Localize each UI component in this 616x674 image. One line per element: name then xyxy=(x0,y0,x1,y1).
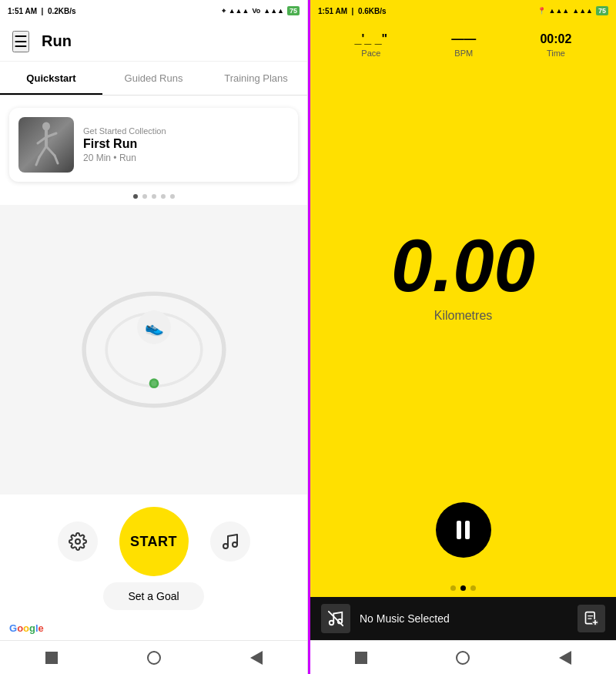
pace-value: _'_ _" xyxy=(355,32,388,46)
track-illustration: 👟 xyxy=(77,273,231,427)
pause-bar-left xyxy=(457,521,461,539)
dot-4 xyxy=(161,194,166,199)
bpm-metric: —— BPM xyxy=(451,32,476,58)
music-file-icon xyxy=(584,611,599,626)
right-gps-icon: 📍 xyxy=(537,7,546,15)
nav-square-button[interactable] xyxy=(36,642,67,673)
signal-icon: ▲▲▲ xyxy=(229,7,249,15)
right-circle-icon xyxy=(456,651,470,665)
right-signal-icon: ▲▲▲ xyxy=(549,7,570,15)
dot-5 xyxy=(170,194,175,199)
right-status-time: 1:51 AM | 0.6KB/s xyxy=(318,7,387,15)
map-svg: 👟 xyxy=(77,273,231,427)
card-dots xyxy=(0,188,307,205)
card-content: Get Started Collection First Run 20 Min … xyxy=(83,126,289,163)
svg-line-7 xyxy=(55,156,58,163)
pace-label: Pace xyxy=(361,49,380,58)
bottom-controls: START Set a Goal xyxy=(0,495,307,619)
svg-line-4 xyxy=(39,146,46,157)
time-label: Time xyxy=(547,49,565,58)
cards-section: Get Started Collection First Run 20 Min … xyxy=(0,96,307,188)
app-header: ☰ Run xyxy=(0,22,307,62)
gear-icon xyxy=(69,532,87,551)
dot-1 xyxy=(133,194,138,199)
settings-button[interactable] xyxy=(58,521,98,562)
triangle-icon xyxy=(250,651,263,665)
right-nav-square-button[interactable] xyxy=(346,642,377,673)
time-value: 00:02 xyxy=(540,32,571,46)
svg-point-15 xyxy=(233,542,237,547)
run-card[interactable]: Get Started Collection First Run 20 Min … xyxy=(9,108,298,182)
left-bottom-nav xyxy=(0,640,307,674)
tab-quickstart[interactable]: Quickstart xyxy=(0,62,102,95)
map-section: 👟 xyxy=(0,205,307,495)
distance-unit: Kilometres xyxy=(434,309,493,323)
right-square-icon xyxy=(355,652,367,664)
nav-home-button[interactable] xyxy=(139,642,169,673)
menu-button[interactable]: ☰ xyxy=(12,31,29,52)
distance-value: 0.00 xyxy=(391,229,535,303)
pause-icon xyxy=(457,521,470,539)
dot-3 xyxy=(152,194,156,199)
no-music-icon xyxy=(327,610,344,627)
svg-line-5 xyxy=(46,146,55,156)
right-wifi-icon: ▲▲▲ xyxy=(572,7,593,15)
svg-point-16 xyxy=(330,621,334,625)
right-dot-1 xyxy=(450,585,456,591)
google-g: G xyxy=(9,622,17,634)
svg-line-6 xyxy=(36,157,39,165)
tab-guided-runs[interactable]: Guided Runs xyxy=(102,62,205,95)
right-status-icons: 📍 ▲▲▲ ▲▲▲ 75 xyxy=(537,6,608,15)
right-dot-3 xyxy=(470,585,476,591)
left-status-icons: ⌖ ▲▲▲ Vo ▲▲▲ 75 xyxy=(222,6,300,15)
runner-svg xyxy=(30,122,62,168)
right-dots xyxy=(310,581,616,597)
right-panel: 1:51 AM | 0.6KB/s 📍 ▲▲▲ ▲▲▲ 75 _'_ _" Pa… xyxy=(308,0,616,674)
controls-row: START xyxy=(58,507,250,576)
right-status-bar: 1:51 AM | 0.6KB/s 📍 ▲▲▲ ▲▲▲ 75 xyxy=(310,0,616,22)
svg-point-14 xyxy=(223,544,228,548)
map-background: 👟 xyxy=(0,205,307,495)
tab-training-plans[interactable]: Training Plans xyxy=(205,62,307,95)
music-bar[interactable]: No Music Selected xyxy=(310,597,616,640)
nav-back-button[interactable] xyxy=(241,642,272,673)
bpm-label: BPM xyxy=(454,49,473,58)
right-nav-back-button[interactable] xyxy=(550,642,581,673)
svg-point-13 xyxy=(151,381,156,386)
music-button[interactable] xyxy=(210,521,250,562)
time-metric: 00:02 Time xyxy=(540,32,571,58)
card-collection: Get Started Collection xyxy=(83,126,289,136)
bpm-value: —— xyxy=(451,32,476,46)
dot-2 xyxy=(142,194,147,199)
metrics-row: _'_ _" Pace —— BPM 00:02 Time xyxy=(310,22,616,64)
card-image-bg xyxy=(18,117,74,173)
wifi-icon: ▲▲▲ xyxy=(263,7,284,15)
app-title: Run xyxy=(42,32,72,50)
left-status-bar: 1:51 AM | 0.2KB/s ⌖ ▲▲▲ Vo ▲▲▲ 75 xyxy=(0,0,307,22)
svg-text:👟: 👟 xyxy=(144,318,163,337)
card-subtitle: 20 Min • Run xyxy=(83,153,289,163)
square-icon xyxy=(45,652,58,664)
distance-section: 0.00 Kilometres xyxy=(310,64,616,487)
no-music-icon-box xyxy=(321,604,350,633)
set-goal-button[interactable]: Set a Goal xyxy=(103,582,203,610)
right-triangle-icon xyxy=(559,651,571,665)
location-icon: ⌖ xyxy=(222,7,226,15)
right-nav-home-button[interactable] xyxy=(447,642,478,673)
right-battery: 75 xyxy=(596,6,608,15)
google-logo: Google xyxy=(0,619,307,640)
left-status-time: 1:51 AM | 0.2KB/s xyxy=(8,7,76,15)
tabs-row: Quickstart Guided Runs Training Plans xyxy=(0,62,307,96)
left-panel: 1:51 AM | 0.2KB/s ⌖ ▲▲▲ Vo ▲▲▲ 75 ☰ Run … xyxy=(0,0,308,674)
pause-section xyxy=(310,487,616,581)
right-dot-2 xyxy=(460,585,466,591)
right-bottom-nav xyxy=(310,640,616,674)
card-title: First Run xyxy=(83,137,289,151)
pause-button[interactable] xyxy=(436,502,491,558)
pace-metric: _'_ _" Pace xyxy=(355,32,388,58)
music-note-icon xyxy=(221,532,239,551)
left-battery: 75 xyxy=(287,6,300,15)
start-button[interactable]: START xyxy=(119,507,189,576)
pause-bar-right xyxy=(465,521,470,539)
music-add-button[interactable] xyxy=(578,605,605,632)
